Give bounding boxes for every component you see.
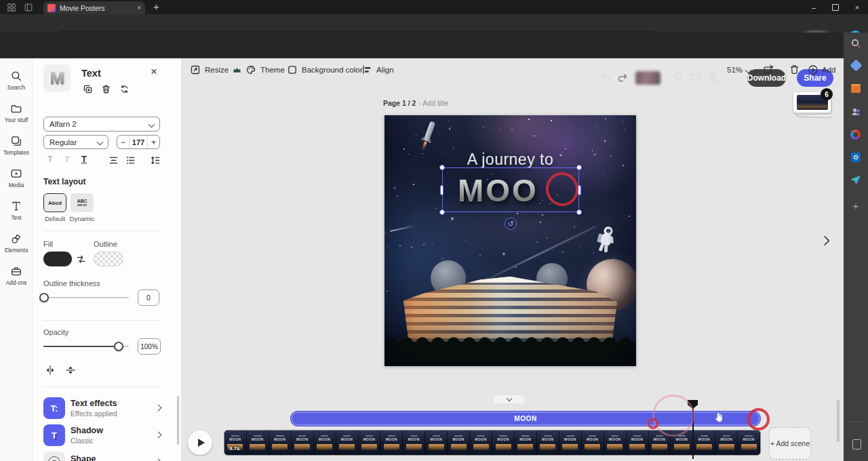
- panel-close-icon[interactable]: ×: [151, 65, 157, 79]
- filmstrip-frame[interactable]: MOON: [715, 430, 738, 455]
- outline-thickness-slider[interactable]: [43, 297, 129, 298]
- outlook-icon[interactable]: O: [851, 153, 861, 162]
- filmstrip-frame[interactable]: MOON: [515, 430, 537, 455]
- filmstrip-frame[interactable]: MOON: [247, 430, 269, 455]
- filmstrip-frame[interactable]: MOON: [269, 430, 292, 455]
- play-button[interactable]: [188, 430, 212, 455]
- filmstrip-frame[interactable]: MOON: [292, 430, 314, 455]
- drop-paperplane-icon[interactable]: [850, 176, 861, 184]
- tips-lightbulb-icon[interactable]: [672, 72, 684, 83]
- filmstrip-frame[interactable]: MOON: [336, 430, 359, 455]
- outline-thickness-knob[interactable]: [39, 293, 49, 302]
- rail-item-text[interactable]: Text: [0, 195, 33, 225]
- filmstrip-frame[interactable]: MOON: [559, 430, 582, 455]
- filmstrip-frame[interactable]: MOON: [448, 430, 470, 455]
- shape-row[interactable]: T Shape: [33, 450, 182, 461]
- theme-button[interactable]: Theme: [245, 62, 285, 77]
- resize-button[interactable]: Resize: [190, 62, 241, 77]
- rail-item-search[interactable]: Search: [0, 65, 33, 95]
- undo-icon[interactable]: [599, 72, 611, 83]
- filmstrip-frame[interactable]: MOON: [403, 430, 425, 455]
- text-align-icon[interactable]: [108, 155, 119, 165]
- filmstrip-frame[interactable]: MOON: [470, 430, 492, 455]
- next-page-chevron[interactable]: [821, 235, 833, 247]
- browser-tab[interactable]: Movie Posters ×: [43, 1, 145, 14]
- fill-color-swatch[interactable]: [43, 252, 72, 266]
- outline-thickness-value[interactable]: 0: [138, 289, 159, 306]
- selection-handle-e[interactable]: [578, 185, 581, 195]
- tab-close-icon[interactable]: ×: [137, 4, 141, 12]
- font-size-increase-button[interactable]: +: [148, 136, 159, 148]
- poster-canvas[interactable]: A journey to MOON ↺: [384, 115, 636, 366]
- redo-icon[interactable]: [617, 72, 629, 83]
- layout-dynamic-button[interactable]: ABC DEFGH: [71, 193, 94, 212]
- duplicate-icon[interactable]: [83, 84, 93, 94]
- line-spacing-icon[interactable]: [151, 155, 161, 165]
- microsoft-365-icon[interactable]: [850, 129, 861, 140]
- rail-item-add-ons[interactable]: Add-ons: [0, 260, 33, 290]
- sidebar-search-icon[interactable]: [850, 38, 861, 49]
- panel-scrollbar[interactable]: [177, 396, 179, 445]
- delete-page-icon[interactable]: [789, 64, 800, 75]
- rail-item-elements[interactable]: Elements: [0, 228, 33, 258]
- filmstrip-frame[interactable]: MOON: [582, 430, 604, 455]
- shopping-tag-icon[interactable]: [850, 59, 862, 71]
- background-color-button[interactable]: Background color: [287, 62, 363, 77]
- selection-box[interactable]: [442, 167, 579, 212]
- underline-icon[interactable]: T: [81, 154, 87, 164]
- selection-handle-ne[interactable]: [576, 165, 582, 170]
- rail-item-your-stuff[interactable]: Your stuff: [0, 98, 33, 127]
- filmstrip-frame[interactable]: MOON: [693, 430, 715, 455]
- rotate-handle[interactable]: ↺: [505, 218, 517, 230]
- page-title-hint[interactable]: - Add title: [418, 99, 448, 107]
- bold-icon[interactable]: T: [47, 154, 53, 164]
- shuffle-icon[interactable]: [119, 84, 130, 94]
- font-size-decrease-button[interactable]: −: [117, 136, 129, 148]
- filmstrip-frame[interactable]: MOON: [738, 430, 760, 455]
- timeline-collapse-tab[interactable]: [493, 395, 526, 403]
- filmstrip-frame[interactable]: MOON: [359, 430, 381, 455]
- rail-item-media[interactable]: Media: [0, 163, 33, 193]
- zoom-control[interactable]: 51%: [727, 62, 751, 77]
- flip-vertical-icon[interactable]: [65, 365, 76, 376]
- font-family-select[interactable]: Alfarn 2: [43, 117, 160, 132]
- window-maximize-button[interactable]: [826, 0, 845, 14]
- vertical-tabs-icon[interactable]: [24, 3, 33, 12]
- canvas-scrollbar[interactable]: [837, 400, 840, 442]
- workspaces-icon[interactable]: [7, 3, 16, 12]
- outline-color-swatch[interactable]: [94, 252, 123, 266]
- sidebar-page-icon[interactable]: [852, 439, 861, 449]
- selection-handle-nw[interactable]: [439, 165, 445, 170]
- filmstrip-frame[interactable]: MOON: [537, 430, 559, 455]
- list-icon[interactable]: [125, 155, 136, 165]
- layout-default-button[interactable]: Abcd: [43, 193, 66, 212]
- filmstrip-frame[interactable]: MOON: [314, 430, 336, 455]
- window-close-button[interactable]: ×: [848, 0, 867, 14]
- filmstrip-frame[interactable]: MOON: [425, 430, 448, 455]
- selection-handle-sw[interactable]: [439, 209, 445, 215]
- shadow-row[interactable]: T Shadow Classic: [33, 423, 182, 450]
- comment-icon[interactable]: [690, 72, 701, 83]
- beta-flask-icon[interactable]: [707, 72, 719, 83]
- filmstrip-frame[interactable]: MOON: [380, 430, 403, 455]
- opacity-value[interactable]: 100%: [138, 338, 161, 355]
- opacity-knob[interactable]: [114, 342, 123, 351]
- add-scene-button[interactable]: + Add scene: [769, 427, 811, 460]
- swap-fill-outline-icon[interactable]: [76, 254, 86, 264]
- flip-horizontal-icon[interactable]: [45, 365, 56, 376]
- page-indicator[interactable]: Page 1 / 2 - Add title: [383, 99, 448, 107]
- filmstrip-frame[interactable]: MOON: [627, 430, 649, 455]
- rail-item-templates[interactable]: Templates: [0, 130, 33, 160]
- align-button[interactable]: Align: [361, 62, 394, 77]
- delete-icon[interactable]: [101, 84, 111, 94]
- font-size-value[interactable]: 177: [129, 136, 148, 148]
- add-page-button[interactable]: Add: [808, 62, 835, 77]
- filmstrip-frame[interactable]: MOON: [604, 430, 627, 455]
- selection-handle-se[interactable]: [576, 209, 582, 215]
- shopping-bag-icon[interactable]: [851, 84, 861, 93]
- font-style-select[interactable]: Regular: [43, 135, 108, 149]
- selection-handle-w[interactable]: [440, 185, 443, 195]
- italic-icon[interactable]: T: [64, 154, 69, 165]
- new-tab-button[interactable]: +: [153, 1, 159, 12]
- poster-subtitle[interactable]: A journey to: [384, 151, 636, 169]
